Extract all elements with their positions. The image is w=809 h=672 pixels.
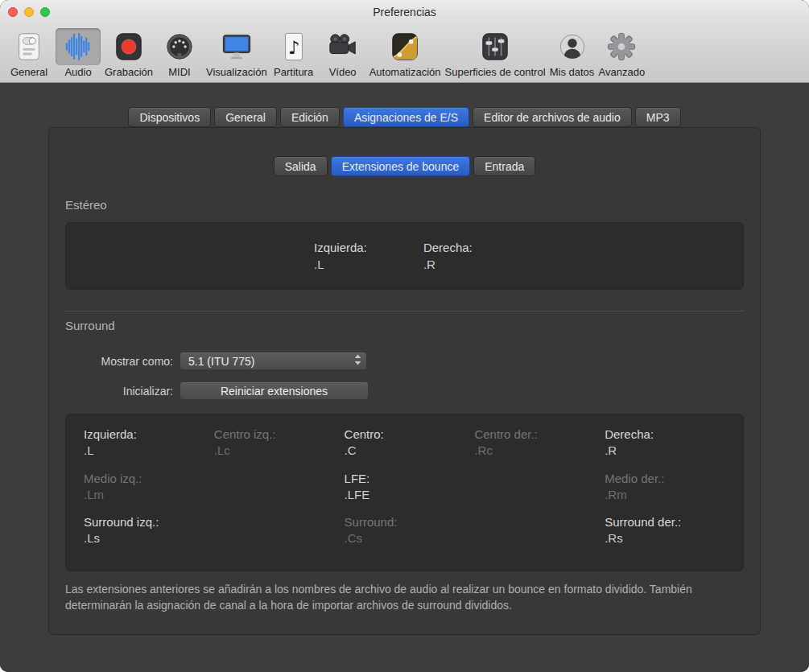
- title-bar: Preferencias: [0, 0, 809, 24]
- channel-extension-value[interactable]: .Ls: [84, 531, 214, 545]
- toolbar-label: Grabación: [105, 66, 153, 78]
- channel-left-mid: Medio izq.: .Lm: [84, 472, 214, 516]
- stereo-right-extension-value[interactable]: .R: [423, 258, 473, 271]
- channel-label: Medio izq.:: [84, 472, 214, 485]
- toolbar-label: Automatización: [369, 66, 441, 78]
- show-as-row: Mostrar como: 5.1 (ITU 775): [65, 352, 744, 370]
- toolbar-label: Avanzado: [599, 66, 646, 78]
- toolbar-item-grabacion[interactable]: Grabación: [105, 28, 153, 78]
- audio-preferences-tabs: Dispositivos General Edición Asignacione…: [0, 107, 809, 127]
- reset-extensions-button[interactable]: Reiniciar extensiones: [180, 381, 369, 400]
- channel-extension-value[interactable]: .L: [84, 443, 214, 457]
- toolbar-item-midi[interactable]: MIDI: [157, 28, 202, 78]
- subtab-entrada[interactable]: Entrada: [473, 156, 535, 176]
- initialize-label: Inicializar:: [65, 385, 173, 398]
- surround-format-value: 5.1 (ITU 775): [188, 355, 354, 368]
- tab-edicion[interactable]: Edición: [280, 107, 340, 127]
- channel-label: Centro izq.:: [214, 427, 345, 441]
- stereo-left-extension-value[interactable]: .L: [314, 258, 367, 271]
- toolbar-label: General: [10, 66, 47, 78]
- toolbar-item-superficies-de-control[interactable]: Superficies de control: [445, 28, 546, 78]
- channel-extension-value[interactable]: .Rs: [605, 531, 735, 545]
- channel-right-mid: Medio der.: .Rm: [605, 472, 735, 516]
- toolbar-label: Vídeo: [329, 66, 357, 78]
- toolbar-item-general[interactable]: General: [6, 28, 52, 78]
- preferences-toolbar: General: [0, 24, 809, 83]
- toolbar-label: Visualización: [206, 66, 267, 78]
- io-assignments-panel: Salida Extensiones de bounce Entrada Est…: [48, 127, 761, 635]
- tab-general[interactable]: General: [214, 107, 277, 127]
- svg-text:♪: ♪: [287, 37, 299, 58]
- surround-section-title: Surround: [65, 319, 744, 332]
- toolbar-label: Audio: [64, 66, 91, 78]
- toolbar-item-avanzado[interactable]: Avanzado: [599, 28, 646, 78]
- popup-chevrons-icon: [354, 354, 361, 369]
- channel-label: Izquierda:: [84, 427, 214, 441]
- io-subtabs: Salida Extensiones de bounce Entrada: [65, 156, 744, 176]
- channel-right-center: Centro der.: .Rc: [474, 427, 605, 472]
- stereo-left-label: Izquierda:: [314, 241, 367, 254]
- channel-label: Surround der.:: [605, 515, 735, 529]
- channel-center-surround: Surround: .Cs: [345, 515, 475, 559]
- toolbar-item-video[interactable]: Vídeo: [320, 28, 365, 78]
- toolbar-item-visualizacion[interactable]: Visualización: [206, 28, 267, 78]
- tab-editor-archivos-audio[interactable]: Editor de archivos de audio: [473, 107, 632, 127]
- close-button[interactable]: [8, 7, 18, 17]
- channel-extension-value[interactable]: .C: [345, 443, 475, 457]
- section-divider: [65, 311, 744, 311]
- toolbar-item-partitura[interactable]: ♪ Partitura: [271, 28, 316, 78]
- midi-connector-icon: [157, 28, 202, 65]
- display-icon: [214, 28, 259, 65]
- minimize-button[interactable]: [24, 7, 34, 17]
- subtab-salida[interactable]: Salida: [274, 156, 328, 176]
- tab-mp3[interactable]: MP3: [635, 107, 681, 127]
- channel-lfe: LFE: .LFE: [345, 472, 475, 516]
- channel-left-surround: Surround izq.: .Ls: [84, 515, 214, 559]
- toolbar-item-mis-datos[interactable]: Mis datos: [550, 28, 595, 78]
- tab-dispositivos[interactable]: Dispositivos: [128, 107, 211, 127]
- tab-asignaciones-es[interactable]: Asignaciones de E/S: [343, 107, 469, 127]
- show-as-label: Mostrar como:: [65, 355, 173, 368]
- channel-extension-value: .Lc: [214, 443, 345, 457]
- general-switch-icon: [6, 28, 52, 65]
- toolbar-item-audio[interactable]: Audio: [56, 28, 101, 78]
- channel-extension-value: .Lm: [84, 488, 214, 501]
- channel-left: Izquierda: .L: [84, 427, 214, 472]
- zoom-button[interactable]: [40, 7, 50, 17]
- channel-extension-value: .Cs: [345, 531, 475, 545]
- channel-left-center: Centro izq.: .Lc: [214, 427, 345, 472]
- surround-extensions-panel: Izquierda: .L Centro izq.: .Lc Centro: .…: [65, 414, 744, 571]
- toolbar-label: Superficies de control: [445, 66, 546, 78]
- stereo-right-label: Derecha:: [423, 241, 473, 254]
- window-title: Preferencias: [373, 6, 436, 19]
- channel-label: Centro der.:: [474, 427, 605, 441]
- channel-right: Derecha: .R: [605, 427, 735, 472]
- surround-format-popup[interactable]: 5.1 (ITU 775): [180, 352, 367, 370]
- control-surfaces-faders-icon: [473, 28, 518, 65]
- stereo-section-title: Estéreo: [65, 198, 744, 212]
- channel-extension-value[interactable]: .R: [605, 443, 735, 457]
- score-note-icon: ♪: [271, 28, 316, 65]
- video-camera-icon: [320, 28, 365, 65]
- channel-label: Derecha:: [605, 427, 735, 441]
- initialize-row: Inicializar: Reiniciar extensiones: [65, 381, 744, 400]
- preferences-window: Preferencias General: [0, 0, 809, 672]
- channel-extension-value: .Rc: [474, 443, 605, 457]
- automation-curve-icon: [382, 28, 427, 65]
- channel-label: Medio der.:: [605, 472, 735, 485]
- gear-icon: [599, 28, 644, 65]
- user-icon: [550, 28, 595, 65]
- stereo-left-field: Izquierda: .L: [314, 241, 367, 271]
- channel-extension-value: .Rm: [605, 488, 735, 501]
- traffic-lights: [8, 7, 50, 17]
- stereo-right-field: Derecha: .R: [423, 241, 473, 271]
- extensions-help-text: Las extensiones anteriores se añadirán a…: [65, 581, 744, 613]
- subtab-extensiones-de-bounce[interactable]: Extensiones de bounce: [331, 156, 471, 176]
- toolbar-item-automatizacion[interactable]: Automatización: [369, 28, 441, 78]
- audio-waveform-icon: [56, 28, 101, 65]
- toolbar-label: Mis datos: [550, 66, 595, 78]
- channel-label: Centro:: [345, 427, 475, 441]
- channel-label: Surround izq.:: [84, 515, 214, 529]
- channel-center: Centro: .C: [345, 427, 475, 472]
- channel-extension-value[interactable]: .LFE: [345, 488, 475, 501]
